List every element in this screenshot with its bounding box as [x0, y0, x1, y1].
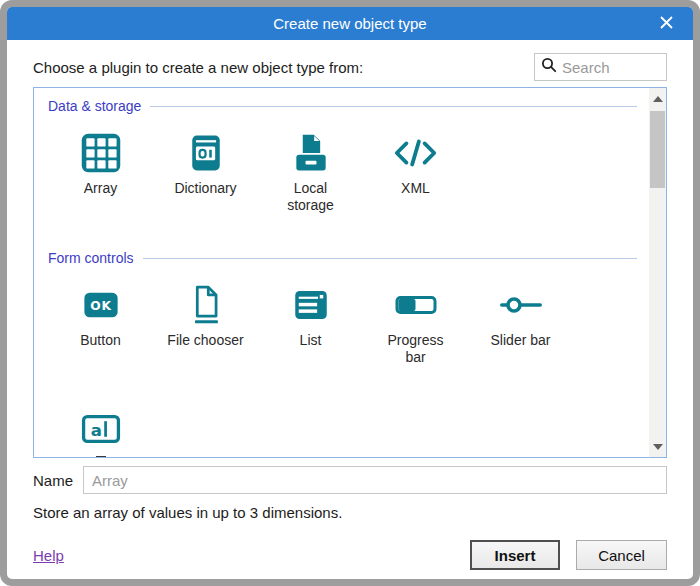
- plugin-item-local-storage[interactable]: Local storage: [258, 130, 363, 216]
- name-label: Name: [33, 472, 73, 489]
- dialog-title: Create new object type: [273, 15, 426, 32]
- plugin-description: Store an array of values in up to 3 dime…: [33, 504, 667, 521]
- insert-button[interactable]: Insert: [470, 540, 560, 570]
- scroll-down-button[interactable]: [649, 438, 666, 455]
- plugin-section: Form controls OKButton File chooser List…: [48, 248, 649, 457]
- close-button[interactable]: [653, 7, 679, 40]
- name-input[interactable]: [83, 466, 667, 494]
- local-storage-icon: [289, 130, 333, 176]
- prompt-text: Choose a plugin to create a new object t…: [33, 59, 363, 76]
- section-header: Form controls: [48, 248, 649, 268]
- plugin-item-progress-bar[interactable]: Progress bar: [363, 282, 468, 368]
- search-box[interactable]: [534, 53, 667, 81]
- svg-text:a: a: [90, 421, 101, 440]
- plugin-item-slider-bar[interactable]: Slider bar: [468, 282, 573, 368]
- section-items: OKButton File chooser List Progress bar …: [48, 282, 649, 457]
- scroll-down-icon: [653, 444, 663, 450]
- svg-text:OK: OK: [90, 299, 112, 313]
- close-icon: [660, 15, 673, 32]
- clipped-label: [96, 456, 106, 457]
- plugin-item-array[interactable]: Array: [48, 130, 153, 216]
- plugin-label: List: [300, 332, 322, 368]
- section-items: Array Dictionary Local storage XML: [48, 130, 649, 216]
- array-icon: [79, 130, 123, 176]
- plugin-label: Dictionary: [174, 180, 236, 216]
- plugin-label: File chooser: [167, 332, 243, 368]
- plugin-section: Data & storage Array Dictionary Local st…: [48, 96, 649, 216]
- section-label: Form controls: [48, 250, 134, 266]
- help-link[interactable]: Help: [33, 547, 64, 564]
- plugin-item-file-chooser[interactable]: File chooser: [153, 282, 258, 368]
- plugin-list-panel: Data & storage Array Dictionary Local st…: [33, 87, 667, 458]
- list-icon: [290, 282, 332, 328]
- xml-icon: [393, 130, 439, 176]
- plugin-label: XML: [401, 180, 430, 216]
- scrollbar[interactable]: [649, 88, 666, 457]
- section-header: Data & storage: [48, 96, 649, 116]
- dictionary-icon: [184, 130, 228, 176]
- slider-bar-icon: [497, 282, 545, 328]
- create-object-dialog: Create new object type Choose a plugin t…: [0, 0, 700, 586]
- scroll-up-icon: [653, 96, 663, 102]
- plugin-item-dictionary[interactable]: Dictionary: [153, 130, 258, 216]
- search-input[interactable]: [562, 59, 660, 76]
- plugin-item-xml[interactable]: XML: [363, 130, 468, 216]
- plugin-label: Local storage: [272, 180, 350, 216]
- plugin-label: Button: [80, 332, 120, 368]
- scroll-up-button[interactable]: [649, 90, 666, 107]
- file-chooser-icon: [184, 282, 228, 328]
- search-icon: [541, 57, 557, 77]
- plugin-item-button[interactable]: OKButton: [48, 282, 153, 368]
- titlebar: Create new object type: [7, 7, 693, 40]
- plugin-label: Slider bar: [491, 332, 551, 368]
- progress-bar-icon: [392, 282, 440, 328]
- section-rule: [143, 258, 637, 259]
- plugin-sections: Data & storage Array Dictionary Local st…: [34, 88, 649, 457]
- plugin-label: Progress bar: [377, 332, 455, 368]
- plugin-item-list[interactable]: List: [258, 282, 363, 368]
- text-al-icon: a: [79, 406, 123, 452]
- cancel-button[interactable]: Cancel: [576, 540, 667, 570]
- plugin-item-text-al[interactable]: a: [48, 406, 153, 457]
- scroll-thumb[interactable]: [650, 111, 665, 188]
- section-rule: [150, 106, 637, 107]
- section-label: Data & storage: [48, 98, 141, 114]
- plugin-label: Array: [84, 180, 117, 216]
- button-icon: OK: [80, 282, 122, 328]
